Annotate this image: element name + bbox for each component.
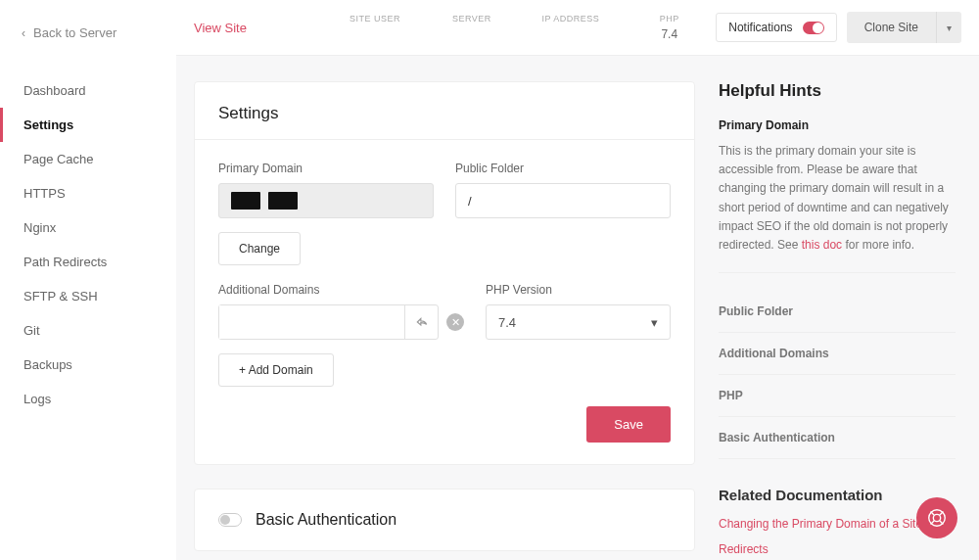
- hint-public-folder[interactable]: Public Folder: [719, 291, 956, 333]
- sidebar-item-backups[interactable]: Backups: [0, 348, 176, 382]
- settings-title: Settings: [195, 82, 694, 140]
- meta-site-user: SITE USER: [348, 14, 401, 41]
- php-version-value: 7.4: [498, 315, 516, 330]
- additional-domains-label: Additional Domains: [218, 283, 464, 297]
- chevron-left-icon: ‹: [22, 26, 25, 40]
- public-folder-label: Public Folder: [455, 162, 671, 175]
- notifications-toggle-group: Notifications: [716, 13, 836, 42]
- settings-card: Settings Primary Domain Change: [194, 81, 695, 465]
- help-fab[interactable]: [916, 497, 957, 538]
- notifications-toggle[interactable]: [803, 22, 824, 34]
- clone-site-dropdown[interactable]: ▾: [936, 12, 961, 43]
- svg-line-4: [931, 521, 935, 525]
- meta-server: SERVER: [444, 14, 498, 41]
- sidebar-item-git[interactable]: Git: [0, 313, 176, 348]
- change-button[interactable]: Change: [218, 232, 301, 265]
- public-folder-input[interactable]: [455, 183, 671, 218]
- hint-primary-domain: Primary Domain This is the primary domai…: [719, 118, 956, 273]
- svg-line-5: [940, 521, 944, 525]
- meta-ip-address: IP ADDRESS: [541, 14, 599, 41]
- hint-additional-domains[interactable]: Additional Domains: [719, 333, 956, 375]
- sidebar-item-nginx[interactable]: Nginx: [0, 210, 176, 245]
- related-title: Related Documentation: [719, 487, 956, 503]
- sidebar-item-logs[interactable]: Logs: [0, 382, 176, 416]
- helpful-hints-title: Helpful Hints: [719, 81, 956, 101]
- hint-primary-text: This is the primary domain your site is …: [719, 142, 956, 255]
- hint-php[interactable]: PHP: [719, 375, 956, 417]
- sidebar-item-sftp-ssh[interactable]: SFTP & SSH: [0, 279, 176, 313]
- chevron-down-icon: ▾: [651, 315, 658, 330]
- meta-php: PHP 7.4: [642, 14, 696, 41]
- hint-doc-link[interactable]: this doc: [802, 238, 842, 252]
- sidebar-item-page-cache[interactable]: Page Cache: [0, 142, 176, 176]
- php-version-label: PHP Version: [486, 283, 671, 297]
- add-domain-button[interactable]: + Add Domain: [218, 353, 334, 387]
- sidebar-item-path-redirects[interactable]: Path Redirects: [0, 245, 176, 279]
- hint-basic-auth[interactable]: Basic Authentication: [719, 417, 956, 459]
- svg-line-2: [931, 512, 935, 516]
- related-link-redirects[interactable]: Redirects: [719, 542, 956, 556]
- back-label: Back to Server: [33, 25, 117, 40]
- basic-auth-toggle[interactable]: [218, 513, 242, 527]
- lifebuoy-icon: [926, 507, 948, 529]
- remove-domain-icon[interactable]: ✕: [446, 313, 464, 331]
- redacted-text: [268, 192, 298, 210]
- php-version-select[interactable]: 7.4 ▾: [486, 304, 671, 340]
- sidebar-item-https[interactable]: HTTPS: [0, 176, 176, 210]
- clone-site-button[interactable]: Clone Site: [847, 12, 936, 43]
- additional-domain-input[interactable]: [219, 305, 404, 339]
- share-icon[interactable]: [404, 305, 438, 339]
- back-to-server-link[interactable]: ‹ Back to Server: [0, 20, 176, 56]
- basic-auth-card: Basic Authentication: [194, 489, 695, 551]
- notifications-label: Notifications: [728, 21, 792, 34]
- redacted-text: [231, 192, 260, 210]
- primary-domain-label: Primary Domain: [218, 162, 434, 175]
- svg-point-1: [933, 514, 940, 521]
- sidebar-item-settings[interactable]: Settings: [0, 108, 176, 142]
- view-site-link[interactable]: View Site: [194, 21, 247, 35]
- sidebar-item-dashboard[interactable]: Dashboard: [0, 73, 176, 108]
- basic-auth-title: Basic Authentication: [256, 511, 396, 529]
- save-button[interactable]: Save: [586, 406, 671, 443]
- svg-line-3: [940, 512, 944, 516]
- primary-domain-field: [218, 183, 434, 218]
